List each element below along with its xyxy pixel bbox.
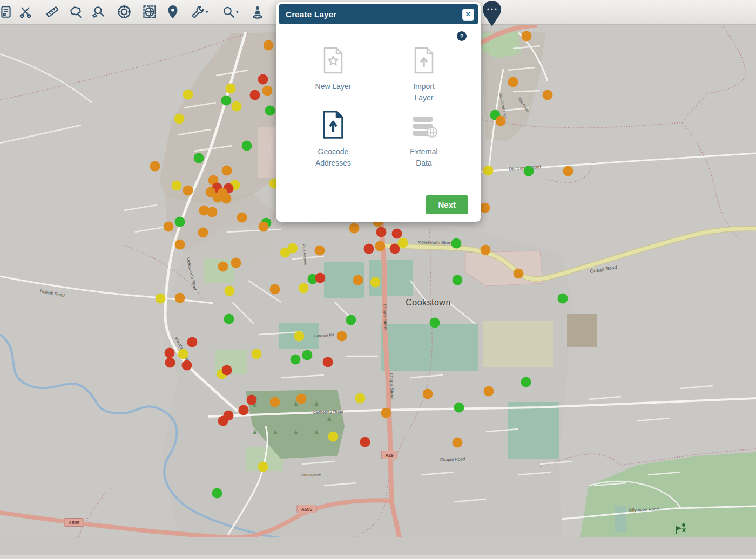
- map-marker[interactable]: [563, 166, 573, 176]
- map-marker[interactable]: [182, 360, 192, 371]
- map-marker[interactable]: [262, 86, 273, 96]
- map-marker[interactable]: [187, 337, 198, 347]
- map-marker[interactable]: [250, 90, 260, 100]
- measure-icon[interactable]: [44, 3, 61, 21]
- map-marker[interactable]: [265, 106, 275, 116]
- help-icon[interactable]: ?: [457, 31, 467, 41]
- buffer-icon[interactable]: [116, 3, 133, 21]
- map-marker[interactable]: [232, 101, 242, 112]
- map-marker[interactable]: [375, 241, 386, 251]
- export-icon[interactable]: [0, 3, 15, 21]
- map-marker[interactable]: [294, 331, 305, 342]
- map-marker[interactable]: [299, 283, 309, 294]
- map-marker[interactable]: [453, 438, 463, 448]
- map-marker[interactable]: [484, 386, 494, 397]
- select-region-icon[interactable]: [141, 3, 158, 21]
- spatial-search-icon[interactable]: [90, 3, 107, 21]
- map-marker[interactable]: [453, 275, 463, 285]
- map-marker[interactable]: [183, 90, 193, 100]
- map-marker[interactable]: [156, 294, 166, 304]
- map-marker[interactable]: [259, 222, 269, 232]
- map-marker[interactable]: [291, 355, 301, 365]
- map-marker[interactable]: [315, 246, 325, 256]
- map-marker[interactable]: [231, 258, 241, 268]
- map-marker[interactable]: [212, 488, 222, 499]
- map-marker[interactable]: [194, 153, 204, 163]
- option-geocode-addresses[interactable]: Geocode Addresses: [293, 111, 374, 169]
- map-marker[interactable]: [360, 437, 370, 447]
- map-marker[interactable]: [242, 141, 252, 151]
- map-marker[interactable]: [174, 114, 185, 124]
- map-marker[interactable]: [218, 262, 228, 272]
- map-marker[interactable]: [175, 217, 185, 227]
- map-marker[interactable]: [270, 397, 280, 407]
- map-marker[interactable]: [302, 350, 313, 360]
- map-marker[interactable]: [481, 245, 491, 255]
- map-marker[interactable]: [222, 166, 232, 176]
- add-marker-icon[interactable]: [164, 3, 181, 21]
- map-marker[interactable]: [483, 166, 494, 176]
- map-marker[interactable]: [315, 273, 326, 283]
- map-marker[interactable]: [237, 213, 247, 223]
- map-marker[interactable]: [349, 223, 360, 234]
- map-marker[interactable]: [522, 31, 532, 42]
- map-marker[interactable]: [323, 357, 333, 367]
- draw-polygon-icon[interactable]: [67, 3, 84, 21]
- map-marker[interactable]: [183, 186, 193, 196]
- map-marker[interactable]: [264, 40, 274, 51]
- map-marker[interactable]: [508, 77, 518, 87]
- map-marker[interactable]: [296, 394, 307, 404]
- map-marker[interactable]: [376, 227, 387, 237]
- map-marker[interactable]: [355, 393, 366, 404]
- map-marker[interactable]: [224, 314, 234, 324]
- search-dropdown-caret[interactable]: ▾: [236, 9, 239, 15]
- close-icon[interactable]: ✕: [462, 9, 474, 21]
- map-marker[interactable]: [454, 403, 464, 413]
- map-marker[interactable]: [178, 349, 188, 359]
- map-marker[interactable]: [392, 229, 402, 239]
- map-marker[interactable]: [150, 161, 160, 172]
- map-marker[interactable]: [258, 74, 268, 85]
- map-marker[interactable]: [543, 90, 553, 100]
- map-marker[interactable]: [346, 315, 356, 325]
- map-marker[interactable]: [524, 166, 534, 176]
- map-marker[interactable]: [207, 207, 218, 217]
- map-marker[interactable]: [364, 244, 374, 254]
- map-marker[interactable]: [239, 405, 249, 415]
- map-marker[interactable]: [423, 389, 433, 399]
- edit-cut-icon[interactable]: [17, 3, 34, 21]
- map-marker[interactable]: [398, 238, 408, 248]
- map-marker[interactable]: [370, 277, 381, 288]
- map-marker[interactable]: [451, 238, 462, 249]
- map-marker[interactable]: [198, 228, 208, 238]
- map-marker[interactable]: [381, 408, 392, 418]
- option-import-layer[interactable]: Import Layer: [383, 46, 464, 104]
- map-marker[interactable]: [225, 286, 235, 296]
- map-marker[interactable]: [328, 432, 339, 442]
- map-marker[interactable]: [480, 203, 490, 213]
- option-external-data[interactable]: External Data: [383, 111, 464, 169]
- map-marker[interactable]: [222, 365, 232, 376]
- map-marker[interactable]: [165, 358, 176, 368]
- map-marker[interactable]: [252, 349, 262, 359]
- map-marker[interactable]: [226, 84, 236, 94]
- map-marker[interactable]: [247, 395, 257, 405]
- map-marker[interactable]: [175, 293, 185, 303]
- tools-dropdown-caret[interactable]: ▾: [206, 9, 208, 15]
- map-marker[interactable]: [258, 462, 268, 472]
- map-marker[interactable]: [165, 348, 175, 358]
- map-marker[interactable]: [430, 318, 440, 328]
- next-button[interactable]: Next: [426, 195, 468, 214]
- map-marker[interactable]: [175, 240, 185, 250]
- map-marker[interactable]: [164, 222, 174, 232]
- search-icon[interactable]: [220, 3, 237, 21]
- map-marker[interactable]: [213, 193, 223, 203]
- map-marker[interactable]: [521, 377, 531, 387]
- street-view-icon[interactable]: [249, 3, 266, 21]
- map-marker[interactable]: [558, 294, 568, 304]
- map-marker[interactable]: [172, 181, 182, 191]
- map-marker[interactable]: [496, 116, 506, 126]
- map-marker[interactable]: [353, 275, 363, 285]
- map-marker[interactable]: [514, 269, 524, 279]
- cluster-pin-marker[interactable]: [482, 0, 502, 27]
